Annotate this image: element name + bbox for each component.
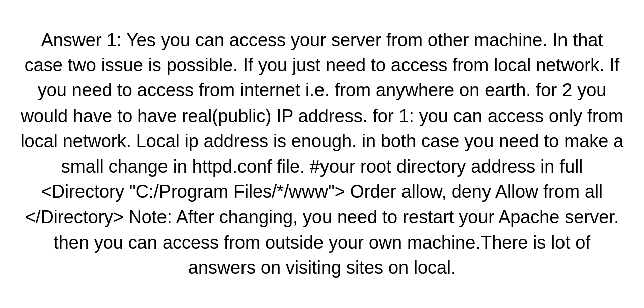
main-container: Answer 1: Yes you can access your server… (0, 0, 644, 308)
answer-text: Answer 1: Yes you can access your server… (20, 28, 624, 281)
